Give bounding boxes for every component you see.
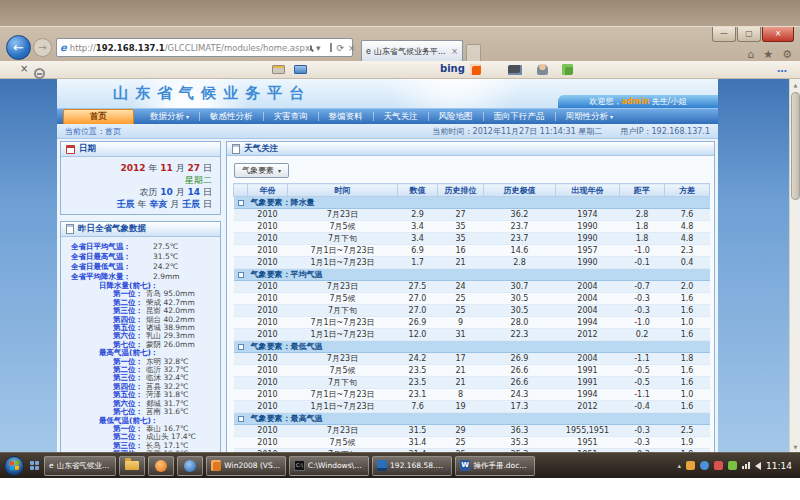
table-cell: -1.1 — [620, 353, 665, 365]
table-cell: 3.4 — [398, 221, 438, 233]
nav-item-9[interactable]: 周期性分析▾ — [556, 110, 624, 124]
volume-icon[interactable] — [755, 462, 761, 470]
nav-item-2[interactable]: 数据分析▾ — [140, 110, 199, 124]
column-header[interactable]: 方差 — [665, 184, 710, 197]
section-checkbox[interactable] — [238, 272, 244, 278]
table-row: 20107月5候27.02530.52004-0.31.6 — [234, 293, 710, 305]
card-icon[interactable] — [272, 65, 285, 74]
nav-item-3[interactable]: 敏感性分析 — [200, 110, 263, 124]
table-row: 20107月23日2.92736.219742.87.6 — [234, 209, 710, 221]
nav-item-1[interactable]: 首页 — [63, 109, 134, 125]
desktop-background — [0, 0, 800, 26]
calendar-text: 14 — [188, 187, 201, 197]
network-icon[interactable] — [742, 462, 750, 469]
row-checkbox-cell — [234, 293, 248, 305]
taskbar-clock[interactable]: 11:14 — [766, 461, 796, 471]
browser-tab[interactable]: e 山东省气候业务平... × — [361, 40, 463, 61]
column-header[interactable]: 时间 — [288, 184, 398, 197]
hidden-icons-arrow[interactable]: ▴ — [678, 462, 682, 470]
table-cell: 1990 — [556, 257, 620, 269]
element-filter-button[interactable]: 气象要素 ▾ — [234, 163, 289, 178]
stat-link[interactable]: 全省日最低气温： — [71, 262, 153, 272]
stat-link[interactable]: 全省日最高气温： — [71, 252, 153, 262]
back-button[interactable]: ← — [6, 35, 31, 60]
table-cell: 1994 — [556, 389, 620, 401]
favorites-star-icon[interactable]: ★ — [763, 48, 773, 61]
compatibility-view-icon[interactable] — [330, 43, 332, 52]
table-cell: 26.9 — [398, 317, 438, 329]
forward-button[interactable]: → — [33, 38, 52, 57]
scroll-up-icon[interactable]: ▲ — [790, 79, 800, 91]
bing-toolbar-logo[interactable]: bing — [440, 63, 465, 74]
table-cell: 16 — [438, 245, 484, 257]
page-favicon-icon: e — [60, 42, 67, 53]
table-row: 20107月下旬3.43523.719901.84.8 — [234, 233, 710, 245]
stat-link[interactable]: 全省日平均气温： — [71, 242, 153, 252]
site-header: 山东省气候业务平台 欢迎您，admin 先生/小姐 — [57, 79, 718, 108]
browser-toolbar: ← → e http://192.168.137.1/GLCCLIMATE/mo… — [6, 35, 794, 61]
table-cell: 2010 — [248, 353, 288, 365]
puzzle-icon[interactable] — [562, 64, 573, 75]
nav-item-6[interactable]: 天气关注 — [374, 110, 428, 124]
table-cell: -0.3 — [620, 305, 665, 317]
row-checkbox-cell — [234, 245, 248, 257]
taskbar-window-button[interactable]: W操作手册.docx ... — [455, 456, 535, 476]
table-cell: -1.0 — [620, 245, 665, 257]
home-icon[interactable]: ⌂ — [747, 48, 754, 61]
table-cell: -0.3 — [620, 425, 665, 437]
scrollbar-thumb[interactable] — [791, 92, 800, 200]
search-icon[interactable] — [310, 45, 312, 51]
stop-icon[interactable]: × — [348, 43, 356, 53]
page-scrollbar[interactable]: ▲ ▼ — [789, 79, 800, 453]
search-dropdown-icon[interactable]: ▾ — [316, 43, 321, 53]
taskbar-window-button[interactable]: 192.168.58.99... — [372, 456, 452, 476]
column-header[interactable]: 数值 — [398, 184, 438, 197]
section-checkbox[interactable] — [238, 344, 244, 350]
mail-icon[interactable] — [294, 65, 307, 74]
panel-close-icon[interactable]: × — [20, 63, 28, 74]
taskbar-small-icon[interactable] — [27, 457, 41, 475]
column-header[interactable]: 历史极值 — [484, 184, 556, 197]
taskbar-window-button[interactable]: Win2008 (VS2... — [206, 456, 286, 476]
table-cell: 4.8 — [665, 221, 710, 233]
nav-item-7[interactable]: 风险地图 — [429, 110, 483, 124]
taskbar-app-button[interactable] — [177, 456, 203, 476]
column-header[interactable]: 年份 — [248, 184, 288, 197]
tab-close-icon[interactable]: × — [451, 47, 458, 56]
address-bar[interactable]: e http://192.168.137.1/GLCCLIMATE/module… — [56, 38, 353, 57]
taskbar-folder-button[interactable] — [119, 456, 145, 476]
tray-red-icon[interactable] — [714, 461, 723, 470]
table-cell: 21 — [438, 365, 484, 377]
nav-item-8[interactable]: 面向下行产品 — [484, 110, 555, 124]
tray-green-icon[interactable] — [728, 461, 737, 470]
taskbar-media-button[interactable] — [148, 456, 174, 476]
tray-orange-icon[interactable] — [686, 461, 695, 470]
section-checkbox[interactable] — [238, 416, 244, 422]
nav-item-4[interactable]: 灾害查询 — [264, 110, 318, 124]
table-cell: 7月5候 — [288, 221, 398, 233]
section-title: 气象要素：降水量 — [248, 197, 710, 209]
column-header[interactable]: 历史排位 — [438, 184, 484, 197]
row-checkbox-cell — [234, 377, 248, 389]
table-cell: -0.1 — [620, 257, 665, 269]
new-tab-button[interactable] — [466, 44, 481, 61]
section-checkbox[interactable] — [238, 200, 244, 206]
tools-gear-icon[interactable]: ⚙ — [782, 48, 792, 61]
table-cell: 31.4 — [398, 437, 438, 449]
weather-focus-header: 天气关注 — [227, 142, 714, 156]
start-button[interactable] — [4, 456, 24, 476]
column-header[interactable]: 出现年份 — [556, 184, 620, 197]
more-options-icon[interactable]: … — [777, 63, 788, 74]
camera-icon[interactable] — [508, 65, 522, 75]
nav-item-5[interactable]: 整编资料 — [319, 110, 373, 124]
tray-blue-icon[interactable] — [700, 461, 709, 470]
taskbar-active-window[interactable]: e 山东省气候业务平... — [44, 456, 116, 476]
table-cell: 1.6 — [665, 329, 710, 341]
column-header[interactable]: 距平 — [620, 184, 665, 197]
taskbar-window-button[interactable]: C:\C:\Windows\s... — [289, 456, 369, 476]
table-cell: 1.6 — [665, 377, 710, 389]
bing-app-icon[interactable] — [470, 64, 481, 75]
person-icon[interactable] — [537, 64, 548, 75]
refresh-icon[interactable]: ⟳ — [336, 43, 344, 53]
circle-dash-icon[interactable] — [34, 68, 45, 79]
